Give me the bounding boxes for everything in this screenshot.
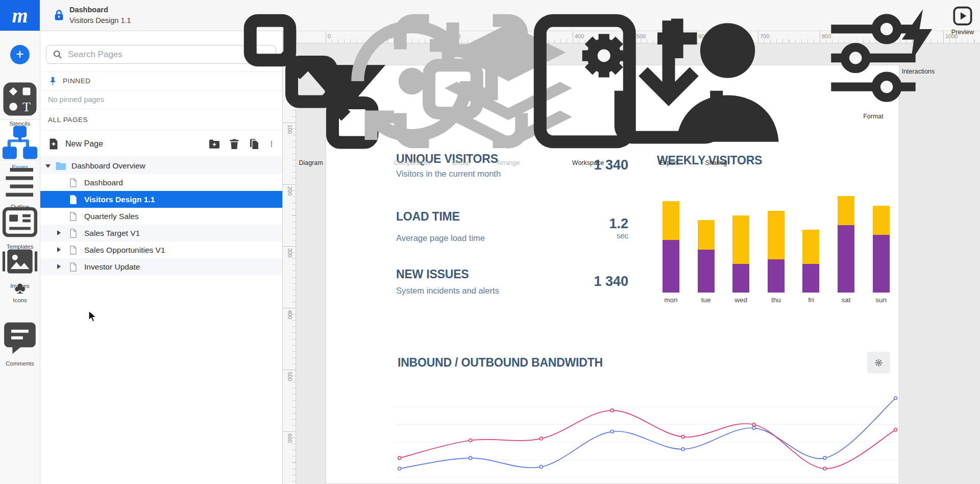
gear-icon: [874, 358, 883, 367]
tree-row-label: Dashboard: [84, 174, 123, 191]
sidebar-item-label: Icons: [0, 297, 40, 303]
stat-title: LOAD TIME: [396, 210, 628, 224]
comments-icon: [0, 319, 40, 359]
bar-column-sun[interactable]: sun: [873, 206, 890, 293]
caret-right-icon[interactable]: [57, 230, 61, 235]
inbound-point: [823, 456, 826, 459]
bar-segment-top: [802, 230, 819, 264]
toolbar-sharing[interactable]: Sharing: [640, 5, 793, 166]
outbound-point: [469, 439, 472, 442]
tree-row[interactable]: Investor Update: [40, 258, 282, 275]
tree-row[interactable]: Visitors Design 1.1: [40, 191, 282, 208]
sidebar-item-icons[interactable]: ♣Icons: [0, 280, 40, 303]
left-icon-rail: + TStencilsPagesOutlineTemplatesImages♣I…: [0, 31, 40, 484]
app-logo-letter: m: [12, 4, 28, 28]
outbound-point: [610, 409, 614, 412]
inbound-point: [469, 456, 472, 459]
weekly-visitors-bar-chart[interactable]: montuewedthufrisatsun: [656, 194, 911, 293]
stat-subtitle: Average page load time: [396, 233, 628, 243]
tree-row[interactable]: Quarterly Sales: [40, 208, 282, 225]
tree-row[interactable]: Sales Opportunities V1: [40, 241, 282, 258]
bar-segment-top: [732, 215, 749, 264]
bar-column-thu[interactable]: thu: [768, 211, 785, 293]
inbound-line[interactable]: [400, 398, 896, 469]
bar-segment-bottom: [802, 264, 819, 293]
stencils-icon: T: [0, 79, 40, 119]
bandwidth-title[interactable]: INBOUND / OUTBOUND BANDWIDTH: [398, 356, 603, 370]
tree-row[interactable]: Sales Target V1: [40, 225, 282, 241]
chart-settings-button[interactable]: [867, 352, 890, 373]
document-title: Dashboard: [69, 5, 131, 15]
outbound-point: [681, 435, 684, 439]
bar-segment-bottom: [698, 250, 715, 293]
bar-column-sat[interactable]: sat: [838, 196, 854, 293]
interactions-icon: [888, 5, 949, 66]
toolbar-label: Format: [820, 113, 927, 120]
add-folder-icon[interactable]: [208, 138, 220, 150]
bar-category-label: tue: [698, 296, 715, 304]
ruler-number: 600: [287, 433, 293, 443]
ruler-number: 300: [287, 248, 293, 257]
pages-icon: [0, 123, 40, 162]
outbound-point: [398, 456, 401, 459]
bar-segment-top: [663, 201, 679, 240]
tree-row-label: Visitors Design 1.1: [84, 191, 155, 208]
bar-segment-top: [698, 220, 715, 250]
pinned-label: PINNED: [63, 72, 91, 90]
tree-row-label: Sales Opportunities V1: [84, 241, 165, 258]
bar-segment-top: [873, 206, 890, 235]
bar-column-wed[interactable]: wed: [732, 215, 749, 293]
toolbar-interactions[interactable]: Interactions: [888, 5, 949, 75]
inbound-point: [610, 430, 614, 433]
bar-segment-top: [838, 196, 854, 225]
tree-row[interactable]: Dashboard: [40, 174, 282, 191]
inbound-point: [752, 426, 755, 429]
add-stencil-button[interactable]: +: [10, 45, 30, 64]
outbound-point: [823, 467, 826, 470]
app-logo[interactable]: m: [0, 0, 40, 31]
ruler-number: 200: [287, 186, 293, 196]
stat-unit: sec: [609, 232, 628, 239]
toolbar-label: Sharing: [640, 159, 793, 166]
bar-category-label: wed: [732, 296, 749, 304]
bar-column-tue[interactable]: tue: [698, 220, 715, 293]
document-titles[interactable]: Dashboard Visitors Design 1.1: [69, 5, 131, 27]
bar-segment-bottom: [873, 235, 890, 293]
page-tree: Dashboard OverviewDashboardVisitors Desi…: [40, 157, 282, 275]
sidebar-item-comments[interactable]: Comments: [0, 319, 40, 367]
lock-icon: [53, 8, 65, 22]
page-icon: [69, 228, 78, 238]
sidebar-item-stencils[interactable]: TStencils: [0, 79, 40, 127]
sharing-icon: [640, 5, 793, 158]
page-icon: [69, 261, 78, 272]
inbound-point: [894, 397, 897, 400]
caret-right-icon[interactable]: [57, 264, 61, 269]
tree-row-label: Investor Update: [84, 258, 140, 275]
page-icon: [69, 211, 78, 222]
inbound-point: [398, 467, 401, 470]
bar-segment-top: [768, 211, 785, 259]
new-page-icon: [47, 138, 60, 150]
outline-icon: [0, 162, 40, 202]
bar-category-label: fri: [802, 296, 819, 304]
bar-column-mon[interactable]: mon: [663, 201, 679, 293]
bar-column-fri[interactable]: fri: [802, 230, 819, 293]
tree-row-label: Sales Target V1: [84, 225, 140, 241]
page-icon: [69, 177, 78, 188]
bar-segment-bottom: [768, 259, 785, 293]
outbound-point: [540, 437, 543, 440]
ruler-number: 400: [287, 310, 293, 319]
new-page-label: New Page: [65, 131, 103, 157]
toolbar-preview[interactable]: Preview: [951, 5, 974, 36]
tree-row-label: Dashboard Overview: [71, 157, 145, 174]
folder-icon: [55, 161, 67, 171]
stat-new-issues[interactable]: NEW ISSUESSystem incidents and alerts1 3…: [396, 268, 628, 296]
inbound-point: [681, 448, 684, 451]
bandwidth-line-chart[interactable]: [395, 392, 905, 484]
stat-value: 1.2sec: [609, 217, 628, 239]
page-icon: [69, 245, 78, 255]
club-icon: ♣: [0, 280, 40, 296]
caret-right-icon[interactable]: [57, 247, 61, 252]
stat-load-time[interactable]: LOAD TIMEAverage page load time1.2sec: [396, 210, 628, 243]
caret-down-icon[interactable]: [45, 164, 51, 168]
